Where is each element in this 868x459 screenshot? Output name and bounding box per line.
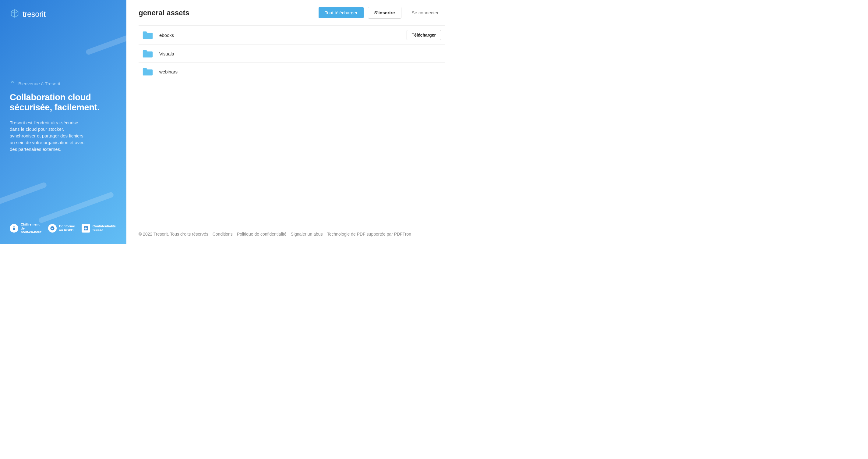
main: general assets Tout télécharger S'inscri… [126, 0, 457, 244]
brand-name: tresorit [23, 9, 45, 19]
decorative-streak [38, 192, 114, 224]
page-title: general assets [138, 8, 189, 17]
login-button[interactable]: Se connecter [406, 7, 445, 18]
download-button[interactable]: Télécharger [407, 30, 441, 40]
list-item[interactable]: ebooks Télécharger [138, 25, 445, 45]
welcome-line: Bienvenue à Tresorit [10, 81, 117, 87]
footer-link-privacy[interactable]: Politique de confidentialité [237, 232, 287, 236]
file-list: ebooks Télécharger Visuals webinars [126, 23, 457, 227]
lock-filled-icon [10, 224, 18, 233]
decorative-streak [0, 182, 47, 214]
svg-point-1 [50, 226, 54, 230]
headline: Collaboration cloud sécurisée, facilemen… [10, 92, 117, 113]
badge-e2ee: Chiffrement de bout-en-bout [10, 223, 41, 234]
folder-icon [142, 30, 153, 39]
copyright: © 2022 Tresorit. Tous droits réservés [138, 232, 208, 236]
swiss-cross-icon [82, 224, 90, 233]
footer-link-conditions[interactable]: Conditions [213, 232, 233, 236]
badge-text: Chiffrement de bout-en-bout [21, 223, 41, 234]
topbar: general assets Tout télécharger S'inscri… [126, 0, 457, 23]
badges-row: Chiffrement de bout-en-bout Conforme au … [10, 223, 117, 234]
file-name: ebooks [159, 33, 401, 38]
folder-icon [142, 49, 153, 58]
footer: © 2022 Tresorit. Tous droits réservés Co… [126, 227, 457, 244]
file-name: webinars [159, 69, 441, 75]
decorative-streak [85, 23, 126, 55]
subtext: Tresorit est l'endroit ultra-sécurisé da… [10, 119, 89, 153]
lock-icon [10, 81, 15, 87]
download-all-button[interactable]: Tout télécharger [318, 7, 364, 18]
badge-text: Conforme au RGPD [59, 224, 75, 232]
list-item[interactable]: webinars [138, 62, 445, 81]
svg-rect-4 [84, 228, 87, 229]
welcome-label: Bienvenue à Tresorit [18, 81, 60, 86]
list-item[interactable]: Visuals [138, 45, 445, 62]
footer-link-abuse[interactable]: Signaler un abus [291, 232, 323, 236]
file-name: Visuals [159, 51, 441, 56]
check-circle-icon [48, 224, 57, 233]
footer-link-pdftron[interactable]: Technologie de PDF supportée par PDFTron [327, 232, 411, 236]
badge-gdpr: Conforme au RGPD [48, 223, 75, 234]
signup-button[interactable]: S'inscrire [368, 7, 401, 19]
badge-swiss: Confidentialité Suisse [82, 223, 116, 234]
welcome-block: Bienvenue à Tresorit Collaboration cloud… [10, 81, 117, 152]
logo[interactable]: tresorit [10, 8, 117, 20]
tresorit-logo-icon [10, 8, 20, 20]
folder-icon [142, 67, 153, 76]
svg-rect-0 [11, 83, 14, 85]
sidebar: tresorit Bienvenue à Tresorit Collaborat… [0, 0, 126, 244]
badge-text: Confidentialité Suisse [93, 224, 116, 232]
